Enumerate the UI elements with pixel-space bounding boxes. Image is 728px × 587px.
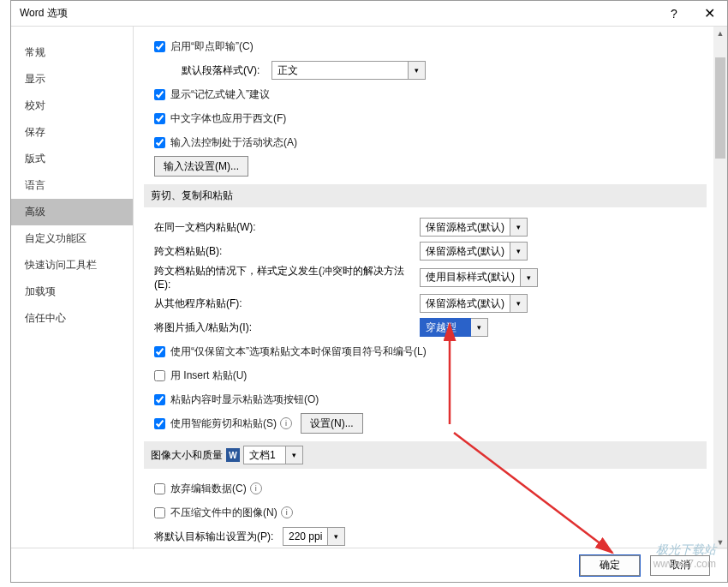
label-keep-text-only: 使用“仅保留文本”选项粘贴文本时保留项目符号和编号(L) — [170, 344, 427, 359]
row-paste-same-doc: 在同一文档内粘贴(W): 保留源格式(默认) ▾ — [144, 216, 707, 238]
sidebar-item-general[interactable]: 常规 — [11, 39, 133, 66]
scrollbar-thumb[interactable] — [715, 57, 725, 159]
select-default-para-value: 正文 — [272, 61, 409, 80]
titlebar: Word 选项 ? ✕ — [11, 1, 727, 27]
word-doc-icon: W — [226, 448, 240, 462]
select-default-para[interactable]: 正文 ▾ — [272, 61, 426, 80]
scroll-up-icon[interactable]: ▲ — [713, 27, 727, 40]
chevron-down-icon: ▾ — [409, 61, 426, 80]
select-image-quality-doc[interactable]: 文档1 ▾ — [243, 446, 303, 464]
checkbox-click-type[interactable] — [154, 41, 165, 52]
select-paste-other-prog-value: 保留源格式(默认) — [420, 294, 510, 313]
label-default-para: 默认段落样式(V): — [182, 63, 272, 78]
select-image-quality-doc-value: 文档1 — [243, 446, 286, 464]
cancel-button[interactable]: 取消 — [650, 555, 710, 576]
row-cjk-font: 中文字体也应用于西文(F) — [144, 107, 707, 129]
label-discard-edit: 放弃编辑数据(C) — [170, 482, 247, 496]
sidebar-item-addins[interactable]: 加载项 — [11, 279, 133, 305]
select-paste-same-doc-value: 保留源格式(默认) — [420, 218, 510, 237]
checkbox-cjk-font[interactable] — [154, 113, 165, 124]
dialog-body: 常规 显示 校对 保存 版式 语言 高级 自定义功能区 快速访问工具栏 加载项 … — [11, 27, 727, 549]
row-smart-cut-paste: 使用智能剪切和粘贴(S) i 设置(N)... — [144, 412, 707, 434]
select-paste-same-doc[interactable]: 保留源格式(默认) ▾ — [420, 218, 528, 237]
sidebar-item-trust-center[interactable]: 信任中心 — [11, 305, 133, 332]
row-paste-cross-doc: 跨文档粘贴(B): 保留源格式(默认) ▾ — [144, 240, 707, 262]
select-default-res[interactable]: 220 ppi ▾ — [283, 527, 345, 546]
chevron-down-icon: ▾ — [471, 318, 488, 337]
section-cut-copy-paste: 剪切、复制和粘贴 — [144, 184, 707, 207]
label-ime-control: 输入法控制处于活动状态(A) — [170, 135, 297, 150]
label-paste-other-prog: 从其他程序粘贴(F): — [154, 296, 420, 311]
ok-button[interactable]: 确定 — [580, 555, 640, 576]
dialog-title: Word 选项 — [20, 6, 657, 21]
row-keep-text-only: 使用“仅保留文本”选项粘贴文本时保留项目符号和编号(L) — [144, 340, 707, 362]
label-cjk-font: 中文字体也应用于西文(F) — [170, 111, 286, 126]
checkbox-keep-text-only[interactable] — [154, 346, 165, 357]
label-use-insert: 用 Insert 粘贴(U) — [170, 368, 247, 383]
row-paste-cross-conflict: 跨文档粘贴的情况下，样式定义发生(冲突时的解决方法(E): 使用目标样式(默认)… — [144, 264, 707, 291]
checkbox-discard-edit[interactable] — [154, 483, 165, 494]
row-no-compress: 不压缩文件中的图像(N) i — [144, 501, 707, 524]
chevron-down-icon: ▾ — [510, 218, 528, 237]
label-insert-picture-as: 将图片插入/粘贴为(I): — [154, 320, 420, 335]
scrollbar-track[interactable] — [713, 40, 727, 536]
row-show-paste-options: 粘贴内容时显示粘贴选项按钮(O) — [144, 388, 707, 410]
chevron-down-icon: ▾ — [286, 446, 303, 464]
row-show-memory: 显示“记忆式键入”建议 — [144, 83, 707, 105]
section-image-quality: 图像大小和质量 W 文档1 ▾ — [144, 441, 707, 469]
checkbox-smart-cut-paste[interactable] — [154, 418, 165, 429]
select-insert-picture-as[interactable]: 穿越型 ▾ — [420, 318, 488, 337]
label-paste-same-doc: 在同一文档内粘贴(W): — [154, 220, 420, 235]
checkbox-show-memory[interactable] — [154, 89, 165, 100]
label-paste-cross-doc: 跨文档粘贴(B): — [154, 244, 420, 259]
sidebar-item-language[interactable]: 语言 — [11, 172, 133, 199]
sidebar-item-proofing[interactable]: 校对 — [11, 93, 133, 119]
label-image-quality-header: 图像大小和质量 — [151, 448, 223, 463]
chevron-down-icon: ▾ — [510, 294, 528, 313]
row-click-type: 启用“即点即输”(C) — [144, 35, 707, 57]
checkbox-show-paste-options[interactable] — [154, 394, 165, 405]
help-button[interactable]: ? — [657, 7, 691, 21]
content-scroll: 启用“即点即输”(C) 默认段落样式(V): 正文 ▾ 显示“记忆式键入”建议 … — [134, 27, 713, 549]
checkbox-no-compress[interactable] — [154, 507, 165, 518]
label-smart-cut-paste: 使用智能剪切和粘贴(S) — [170, 416, 277, 431]
dialog-footer: 确定 取消 — [11, 548, 727, 582]
chevron-down-icon: ▾ — [328, 527, 345, 546]
row-default-res: 将默认目标输出设置为(P): 220 ppi ▾ — [144, 525, 707, 548]
info-icon[interactable]: i — [281, 506, 293, 518]
sidebar-item-quick-access[interactable]: 快速访问工具栏 — [11, 252, 133, 279]
label-click-type: 启用“即点即输”(C) — [170, 39, 254, 54]
row-use-insert: 用 Insert 粘贴(U) — [144, 364, 707, 386]
label-default-res: 将默认目标输出设置为(P): — [154, 530, 283, 544]
select-paste-cross-doc[interactable]: 保留源格式(默认) ▾ — [420, 242, 528, 261]
sidebar-item-display[interactable]: 显示 — [11, 66, 133, 93]
select-paste-cross-doc-value: 保留源格式(默认) — [420, 242, 510, 261]
sidebar-item-customize-ribbon[interactable]: 自定义功能区 — [11, 225, 133, 252]
info-icon[interactable]: i — [280, 417, 292, 429]
label-no-compress: 不压缩文件中的图像(N) — [170, 506, 277, 520]
select-paste-cross-conflict[interactable]: 使用目标样式(默认) ▾ — [420, 268, 538, 287]
row-ime-control: 输入法控制处于活动状态(A) — [144, 131, 707, 153]
vertical-scrollbar[interactable]: ▲ ▼ — [713, 27, 727, 549]
checkbox-use-insert[interactable] — [154, 370, 165, 381]
select-paste-cross-conflict-value: 使用目标样式(默认) — [420, 268, 521, 287]
close-button[interactable]: ✕ — [691, 5, 727, 21]
ime-settings-button[interactable]: 输入法设置(M)... — [154, 156, 248, 177]
sidebar: 常规 显示 校对 保存 版式 语言 高级 自定义功能区 快速访问工具栏 加载项 … — [11, 27, 134, 549]
smart-cut-settings-button[interactable]: 设置(N)... — [301, 413, 363, 434]
info-icon[interactable]: i — [250, 482, 262, 494]
select-default-res-value: 220 ppi — [283, 527, 328, 546]
sidebar-item-layout[interactable]: 版式 — [11, 146, 133, 172]
checkbox-ime-control[interactable] — [154, 137, 165, 148]
row-discard-edit: 放弃编辑数据(C) i — [144, 477, 707, 500]
sidebar-item-save[interactable]: 保存 — [11, 119, 133, 146]
label-show-paste-options: 粘贴内容时显示粘贴选项按钮(O) — [170, 392, 319, 407]
row-default-para: 默认段落样式(V): 正文 ▾ — [158, 59, 707, 81]
select-paste-other-prog[interactable]: 保留源格式(默认) ▾ — [420, 294, 528, 313]
word-options-dialog: Word 选项 ? ✕ 常规 显示 校对 保存 版式 语言 高级 自定义功能区 … — [10, 0, 728, 583]
row-ime-settings: 输入法设置(M)... — [144, 155, 707, 177]
label-show-memory: 显示“记忆式键入”建议 — [170, 87, 270, 102]
sidebar-item-advanced[interactable]: 高级 — [11, 199, 133, 225]
label-paste-cross-conflict: 跨文档粘贴的情况下，样式定义发生(冲突时的解决方法(E): — [154, 264, 420, 291]
chevron-down-icon: ▾ — [521, 268, 538, 287]
